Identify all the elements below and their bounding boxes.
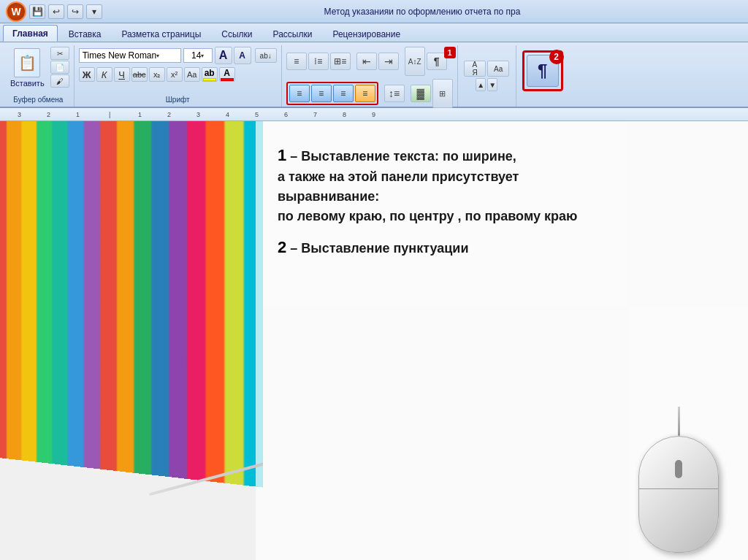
align-justify-button[interactable]: ≡ (355, 85, 375, 102)
clipboard-small-buttons: ✂ 📄 🖌 (50, 47, 69, 88)
strikethrough-button[interactable]: abc (131, 67, 148, 82)
style-arrow-down[interactable]: ▼ (487, 78, 497, 91)
font-color-button[interactable]: A (219, 67, 235, 82)
annotation-number-1: 1 (278, 146, 286, 164)
numbering-button[interactable]: ⁞≡ (308, 53, 329, 70)
cut-button[interactable]: ✂ (50, 47, 69, 60)
decrease-indent-button[interactable]: ⇤ (356, 53, 377, 70)
style-arrow-up[interactable]: ▲ (476, 78, 486, 91)
ruler: 3 2 1 | 1 2 3 4 5 6 7 8 9 (0, 108, 748, 121)
qat-undo[interactable]: ↩ (48, 4, 64, 19)
style-normal-btn[interactable]: АЯ (464, 61, 486, 77)
annotation-line3-text: выравнивание: (278, 189, 379, 204)
qat-dropdown[interactable]: ▾ (86, 4, 102, 19)
ruler-mark-1r: 1 (138, 111, 142, 118)
clipboard-content: 📋 Вставить ✂ 📄 🖌 (7, 47, 69, 94)
styles-row2: ▲ ▼ (476, 78, 497, 91)
paste-label: Вставить (10, 79, 45, 88)
bold-button[interactable]: Ж (79, 67, 95, 82)
office-icon: W (11, 6, 20, 18)
font-size-arrow: ▾ (201, 53, 204, 59)
pilcrow-icon: ¶ (538, 61, 547, 81)
font-color-icon: A (224, 68, 230, 78)
annotation-number-2: 2 (278, 238, 286, 256)
increase-indent-button[interactable]: ⇥ (378, 53, 399, 70)
mouse-image (631, 407, 726, 538)
font-size-buttons: A A (215, 47, 251, 64)
mouse-body (638, 436, 719, 553)
qat-redo[interactable]: ↪ (67, 4, 83, 19)
paste-button[interactable]: 📋 Вставить (7, 47, 47, 89)
line-spacing-button[interactable]: ↕≡ (384, 85, 405, 102)
align-left-button[interactable]: ≡ (289, 85, 310, 102)
office-button[interactable]: W (6, 1, 26, 22)
subscript-button[interactable]: x₂ (149, 67, 165, 82)
alignment-group-highlight: ≡ ≡ ≡ ≡ (286, 82, 378, 105)
bullets-button[interactable]: ≡ (286, 53, 307, 70)
ruler-mark-2: 2 (47, 111, 50, 118)
tab-mailings[interactable]: Рассылки (264, 26, 322, 42)
ruler-mark-8r: 8 (343, 111, 346, 118)
tab-layout[interactable]: Разметка страницы (112, 26, 210, 42)
qat-save[interactable]: 💾 (29, 4, 45, 19)
font-shrink-button[interactable]: A (234, 47, 251, 64)
format-painter-button[interactable]: 🖌 (50, 74, 69, 88)
para-align-row: ≡ ≡ ≡ ≡ ↕≡ ▓ ⊞ (286, 79, 453, 108)
books-background (0, 121, 263, 560)
clipboard-label: Буфер обмена (7, 94, 69, 105)
pilcrow-highlight-box: ¶ 2 (522, 50, 563, 91)
ruler-mark-0: | (109, 111, 110, 118)
shading-button[interactable]: ▓ (411, 85, 431, 102)
underline-button[interactable]: Ч (114, 67, 130, 82)
align-right-button[interactable]: ≡ (333, 85, 354, 102)
font-content: Times New Roman ▾ 14 ▾ A A ab↓ Ж К Ч abc (79, 47, 277, 94)
pilcrow-button[interactable]: ¶ 2 (527, 55, 559, 87)
font-name-value: Times New Roman (83, 50, 157, 61)
ruler-mark-3: 3 (18, 111, 21, 118)
ruler-mark-9r: 9 (372, 111, 375, 118)
font-size-value: 14 (191, 50, 201, 61)
styles-group: АЯ Аа ▲ ▼ (458, 45, 516, 107)
font-name-arrow: ▾ (156, 53, 159, 59)
main-content: 1 – Выставление текста: по ширине, а так… (0, 121, 748, 560)
title-bar: W 💾 ↩ ↪ ▾ Метод указанияи по оформлению … (0, 0, 748, 23)
font-name-box[interactable]: Times New Roman ▾ (79, 48, 181, 63)
ribbon-tabs: Главная Вставка Разметка страницы Ссылки… (0, 23, 748, 42)
annotation-block-1: 1 – Выставление текста: по ширине, а так… (278, 143, 733, 226)
multilevel-list-button[interactable]: ⊞≡ (330, 53, 351, 70)
sort-button[interactable]: A↕Z (405, 47, 425, 76)
annotation-overlay: 1 – Выставление текста: по ширине, а так… (270, 136, 741, 266)
clear-format-button[interactable]: ab↓ (255, 48, 277, 63)
tab-references[interactable]: Ссылки (212, 26, 262, 42)
para-top-row: ≡ ⁞≡ ⊞≡ ⇤ ⇥ A↕Z ¶ (286, 47, 447, 76)
sort-icon: A↕Z (408, 58, 421, 66)
paragraph-content: ≡ ⁞≡ ⊞≡ ⇤ ⇥ A↕Z ¶ ≡ ≡ ≡ ≡ (286, 47, 453, 110)
ruler-mark-3r: 3 (196, 111, 200, 118)
italic-button[interactable]: К (96, 67, 112, 82)
tab-review[interactable]: Рецензирование (323, 26, 410, 42)
highlight-color-button[interactable]: ab (202, 67, 218, 82)
borders-button[interactable]: ⊞ (432, 79, 453, 108)
annotation-line2-text: а также на этой панели присутствует (278, 169, 519, 184)
mouse-scroll-wheel (675, 460, 682, 478)
font-group: Times New Roman ▾ 14 ▾ A A ab↓ Ж К Ч abc (75, 45, 282, 107)
tab-home[interactable]: Главная (3, 25, 58, 42)
pilcrow-group: ¶ 2 (516, 45, 569, 107)
style-heading-btn[interactable]: Аа (487, 61, 509, 77)
change-case-button[interactable]: Aa (184, 67, 200, 82)
paragraph-group: ≡ ⁞≡ ⊞≡ ⇤ ⇥ A↕Z ¶ ≡ ≡ ≡ ≡ (282, 45, 458, 107)
tab-insert[interactable]: Вставка (59, 26, 111, 42)
superscript-button[interactable]: x² (167, 67, 183, 82)
copy-button[interactable]: 📄 (50, 61, 69, 74)
styles-row1: АЯ Аа (464, 61, 509, 77)
align-center-button[interactable]: ≡ (311, 85, 332, 102)
mouse-button-divider (639, 488, 718, 489)
ruler-mark-7r: 7 (313, 111, 317, 118)
ruler-content: 3 2 1 | 1 2 3 4 5 6 7 8 9 (3, 108, 745, 120)
clipboard-group: 📋 Вставить ✂ 📄 🖌 Буфер обмена (3, 45, 75, 107)
font-grow-button[interactable]: A (215, 47, 232, 64)
styles-content: АЯ Аа ▲ ▼ (464, 61, 509, 91)
highlight-color-bar (203, 78, 216, 81)
font-size-box[interactable]: 14 ▾ (183, 48, 213, 63)
font-format-row: Ж К Ч abc x₂ x² Aa ab A (79, 67, 235, 82)
